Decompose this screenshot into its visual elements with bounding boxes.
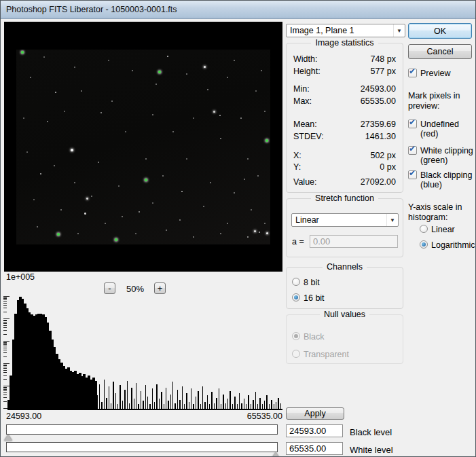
chevron-down-icon: ▼ <box>386 214 398 226</box>
preview-checkbox-label: Preview <box>420 69 450 78</box>
black-clipping-checkbox[interactable]: ✔ Black clipping (blue) <box>408 170 473 189</box>
black-clipping-checkbox-label: Black clipping (blue) <box>420 170 473 189</box>
ok-button-label: OK <box>434 26 446 36</box>
undefined-checkbox[interactable]: ✔ Undefined (red) <box>408 120 473 139</box>
histogram-y-scale-label: 1e+005 <box>6 272 35 282</box>
black-level-input[interactable] <box>286 424 343 437</box>
window-title: Photoshop FITS Liberator - 1050003-0001.… <box>6 5 177 14</box>
channels-8bit-radio[interactable]: 8 bit <box>292 278 320 287</box>
undefined-checkbox-label: Undefined (red) <box>420 120 473 139</box>
channels-group: Channels 8 bit 16 bit <box>286 267 403 309</box>
preview-panel <box>4 22 282 272</box>
channels-16bit-label: 16 bit <box>304 293 325 303</box>
fits-liberator-dialog: Photoshop FITS Liberator - 1050003-0001.… <box>0 0 476 457</box>
checkbox-checked-icon: ✔ <box>408 69 417 77</box>
yaxis-scale-label: Y-axis scale in histogram: <box>408 202 473 223</box>
checkbox-checked-icon: ✔ <box>408 146 417 155</box>
ok-button[interactable]: OK <box>408 23 472 39</box>
apply-button-label: Apply <box>304 409 325 418</box>
stretch-function-value: Linear <box>295 215 319 225</box>
cancel-button-label: Cancel <box>427 47 454 56</box>
black-level-slider-thumb[interactable] <box>4 435 12 441</box>
histogram-min-label: 24593.00 <box>6 412 41 421</box>
white-level-label: White level <box>350 445 393 455</box>
fits-image[interactable] <box>16 50 270 244</box>
zoom-in-button[interactable]: + <box>154 282 166 294</box>
radio-unselected-icon <box>292 278 300 286</box>
yaxis-linear-label: Linear <box>431 225 455 234</box>
null-black-label: Black <box>304 332 325 342</box>
yaxis-logarithmic-radio[interactable]: Logarithmic <box>420 240 475 250</box>
a-param-label: a = <box>292 237 304 246</box>
histogram-max-label: 65535.00 <box>225 412 282 421</box>
white-clipping-checkbox-label: White clipping (green) <box>420 146 473 165</box>
null-black-radio: Black <box>292 332 325 342</box>
preview-checkbox[interactable]: ✔ Preview <box>408 69 472 78</box>
null-values-group: Null values Black Transparent <box>286 314 403 364</box>
yaxis-logarithmic-label: Logarithmic <box>431 240 475 250</box>
null-values-legend: Null values <box>320 310 369 319</box>
radio-unselected-icon <box>420 225 428 233</box>
null-transparent-radio: Transparent <box>292 350 349 359</box>
plane-select-value: Image 1, Plane 1 <box>290 26 354 35</box>
radio-disabled-selected-icon <box>292 332 300 340</box>
white-level-input[interactable] <box>286 442 343 455</box>
black-level-slider[interactable] <box>6 424 278 435</box>
checkbox-checked-icon: ✔ <box>408 170 417 179</box>
zoom-out-button[interactable]: - <box>104 282 115 294</box>
stat-row-y: Y:0 px <box>293 162 396 173</box>
white-clipping-checkbox[interactable]: ✔ White clipping (green) <box>408 146 473 165</box>
black-level-label: Black level <box>350 427 392 437</box>
stat-row-max: Max:65535.00 <box>293 96 396 107</box>
channels-8bit-label: 8 bit <box>304 278 320 287</box>
minus-icon: - <box>108 283 111 293</box>
image-statistics-group: Image statistics Width:748 px Height:577… <box>286 43 403 193</box>
stat-row-height: Height:577 px <box>293 67 396 77</box>
image-statistics-legend: Image statistics <box>311 38 378 48</box>
title-bar[interactable]: Photoshop FITS Liberator - 1050003-0001.… <box>1 1 475 19</box>
stretch-function-group: Stretch function <box>286 198 403 257</box>
channels-legend: Channels <box>323 262 367 272</box>
stretch-function-select[interactable]: Linear ▼ <box>291 213 399 227</box>
apply-button[interactable]: Apply <box>286 407 344 420</box>
channels-16bit-radio[interactable]: 16 bit <box>292 293 325 303</box>
plane-select[interactable]: Image 1, Plane 1 ▼ <box>286 24 405 37</box>
white-level-slider[interactable] <box>6 442 278 452</box>
stretch-function-legend: Stretch function <box>311 194 378 203</box>
null-transparent-label: Transparent <box>304 350 349 359</box>
plus-icon: + <box>158 283 163 293</box>
chevron-down-icon: ▼ <box>393 24 405 37</box>
zoom-level: 50% <box>122 284 149 294</box>
mark-pixels-label: Mark pixels in preview: <box>408 91 473 111</box>
yaxis-linear-radio[interactable]: Linear <box>420 225 455 234</box>
radio-disabled-unselected-icon <box>292 350 300 358</box>
radio-selected-icon <box>420 240 428 249</box>
stat-row-value: Value:27092.00 <box>293 177 396 188</box>
stat-row-width: Width:748 px <box>293 54 396 65</box>
stat-row-stdev: STDEV:1461.30 <box>293 132 396 143</box>
cancel-button[interactable]: Cancel <box>408 44 472 59</box>
histogram-plot <box>7 297 282 409</box>
a-param-input <box>310 235 398 248</box>
stat-row-x: X:502 px <box>293 151 396 162</box>
stat-row-mean: Mean:27359.69 <box>293 120 396 130</box>
white-level-slider-thumb[interactable] <box>272 452 280 457</box>
radio-selected-icon <box>292 293 300 301</box>
checkbox-checked-icon: ✔ <box>408 120 417 128</box>
histogram-x-axis <box>7 409 282 410</box>
stat-row-min: Min:24593.00 <box>293 84 396 95</box>
